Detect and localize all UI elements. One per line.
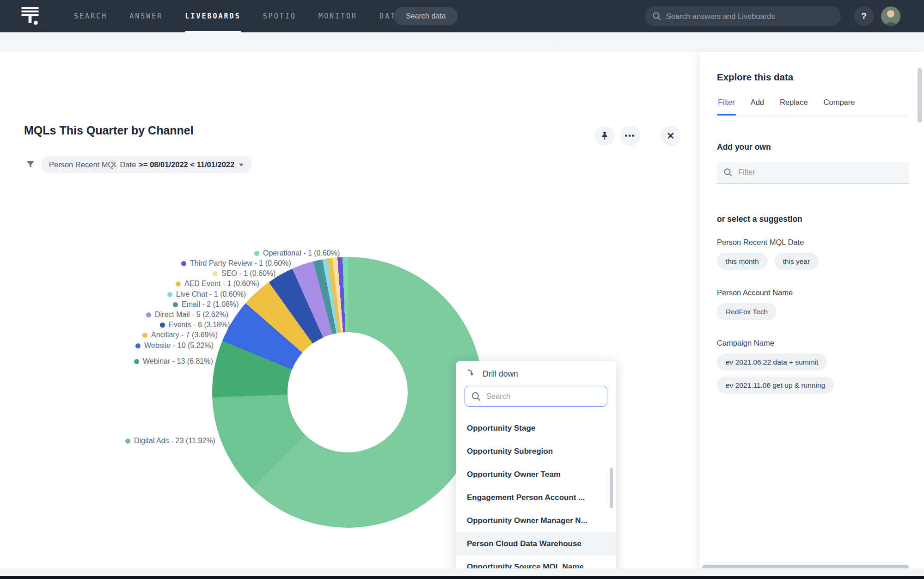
legend-dot-icon	[167, 292, 172, 297]
suggestion-chip[interactable]: ev 2021.11.06 get up & running	[717, 377, 834, 394]
liveboard-strip	[0, 32, 924, 52]
suggestion-field-label: Person Recent MQL Date	[717, 238, 916, 247]
panel-filter-input[interactable]	[738, 162, 905, 183]
legend-item[interactable]: SEO - 1 (0.60%)	[213, 269, 275, 278]
footer-bar	[0, 576, 924, 579]
tab-replace[interactable]: Replace	[779, 98, 809, 115]
donut-hole	[288, 332, 408, 452]
thoughtspot-logo-icon[interactable]	[20, 6, 40, 26]
legend-dot-icon	[135, 343, 141, 348]
legend-label: AED Event - 1 (0.60%)	[184, 280, 259, 288]
legend-dot-icon	[134, 359, 139, 364]
drilldown-search-input[interactable]	[486, 386, 604, 406]
nav-item-answer[interactable]: ANSWER	[129, 0, 163, 32]
suggestion-chip[interactable]: this year	[774, 253, 819, 270]
help-button[interactable]: ?	[854, 6, 874, 26]
drilldown-item[interactable]: Opportunity Subregion	[456, 440, 616, 463]
legend-dot-icon	[254, 251, 259, 256]
legend-label: Live Chat - 1 (0.60%)	[176, 290, 246, 299]
drilldown-list: Opportunity StageOpportunity SubregionOp…	[456, 417, 616, 579]
legend-label: Email - 2 (1.08%)	[182, 300, 239, 309]
legend-label: Ancillary - 7 (3.69%)	[151, 331, 218, 339]
nav-menu: SEARCHANSWERLIVEBOARDSSPOTIQMONITORDATA	[74, 0, 402, 32]
panel-vertical-scrollbar[interactable]	[918, 68, 922, 122]
legend-dot-icon	[213, 271, 218, 276]
legend-dot-icon	[173, 302, 178, 307]
drilldown-item[interactable]: Opportunity Stage	[456, 417, 616, 440]
search-data-button[interactable]: Search data	[394, 7, 458, 25]
drilldown-item[interactable]: Opportunity Owner Manager N...	[456, 509, 616, 532]
panel-filter-field[interactable]	[717, 162, 909, 183]
global-search[interactable]	[645, 6, 841, 26]
suggestion-chip[interactable]: RedFox Tech	[717, 303, 777, 320]
legend-item[interactable]: Operational - 1 (0.60%)	[254, 249, 340, 257]
filter-chip-field: Person Recent MQL Date	[49, 160, 136, 169]
nav-item-monitor[interactable]: MONITOR	[318, 0, 357, 32]
strip-divider	[555, 32, 555, 52]
drilldown-arrow-icon	[466, 368, 476, 380]
nav-item-liveboards[interactable]: LIVEBOARDS	[185, 0, 240, 32]
more-options-icon[interactable]: •••	[620, 126, 640, 146]
legend-dot-icon	[176, 281, 181, 286]
page: SEARCHANSWERLIVEBOARDSSPOTIQMONITORDATA …	[0, 0, 924, 579]
tab-add[interactable]: Add	[750, 98, 765, 115]
drilldown-title: Drill down	[483, 369, 518, 379]
legend-label: Direct Mail - 5 (2.62%)	[155, 311, 228, 319]
legend-item[interactable]: Events - 6 (3.18%)	[160, 321, 230, 329]
nav-item-search[interactable]: SEARCH	[74, 0, 107, 32]
nav-item-spotiq[interactable]: SPOTIQ	[263, 0, 296, 32]
legend-label: Third Party Review - 1 (0.60%)	[190, 259, 291, 268]
suggestion-heading: or select a suggestion	[717, 214, 802, 224]
legend-dot-icon	[146, 312, 151, 317]
donut-chart[interactable]	[212, 257, 483, 528]
legend-dot-icon	[181, 261, 186, 266]
legend-label: Events - 6 (3.18%)	[169, 321, 230, 329]
chevron-down-icon	[239, 164, 244, 166]
legend-label: Operational - 1 (0.60%)	[263, 249, 340, 257]
legend-item[interactable]: Direct Mail - 5 (2.62%)	[146, 311, 228, 319]
suggestion-groups: Person Recent MQL Datethis monththis yea…	[717, 238, 916, 412]
legend-item[interactable]: Ancillary - 7 (3.69%)	[142, 331, 218, 339]
suggestion-field-label: Person Account Name	[717, 288, 916, 297]
legend-item[interactable]: Website - 10 (5.22%)	[135, 341, 214, 350]
filter-funnel-icon	[25, 159, 36, 171]
legend-item[interactable]: Webinar - 13 (6.81%)	[134, 357, 213, 366]
close-icon[interactable]: ✕	[661, 126, 681, 146]
global-search-input[interactable]	[666, 6, 837, 26]
legend-dot-icon	[142, 333, 147, 338]
legend-item[interactable]: Live Chat - 1 (0.60%)	[167, 290, 246, 299]
tab-filter[interactable]: Filter	[717, 98, 736, 115]
legend-item[interactable]: Digital Ads - 23 (11.92%)	[125, 437, 215, 445]
drilldown-item[interactable]: Engagement Person Account ...	[456, 486, 616, 509]
user-avatar[interactable]	[881, 6, 900, 26]
chart-card: MQLs This Quarter by Channel ••• ✕ Perso…	[0, 52, 700, 568]
top-navbar: SEARCHANSWERLIVEBOARDSSPOTIQMONITORDATA …	[0, 0, 924, 32]
suggestion-chip[interactable]: this month	[717, 253, 768, 270]
add-your-own-heading: Add your own	[717, 142, 771, 152]
drilldown-item[interactable]: Person Cloud Data Warehouse	[456, 532, 616, 555]
legend-label: SEO - 1 (0.60%)	[221, 269, 275, 278]
tab-compare[interactable]: Compare	[823, 98, 856, 115]
legend-dot-icon	[125, 439, 130, 444]
legend-item[interactable]: Email - 2 (1.08%)	[173, 300, 239, 309]
explore-panel-title: Explore this data	[717, 72, 793, 83]
suggestion-chip[interactable]: ev 2021.06.22 data + summit	[717, 353, 827, 371]
suggestion-field-label: Campaign Name	[717, 339, 916, 347]
suggestion-chips: ev 2021.06.22 data + summitev 2021.11.06…	[717, 353, 911, 394]
drilldown-item[interactable]: Opportunity Owner Team	[456, 463, 616, 486]
pin-button[interactable]	[594, 126, 615, 146]
legend-item[interactable]: Third Party Review - 1 (0.60%)	[181, 259, 291, 268]
drilldown-popup: Drill down Opportunity StageOpportunity …	[456, 361, 616, 579]
legend-item[interactable]: AED Event - 1 (0.60%)	[176, 280, 259, 288]
drilldown-search[interactable]	[465, 386, 607, 407]
legend-label: Webinar - 13 (6.81%)	[143, 357, 213, 366]
filter-chip[interactable]: Person Recent MQL Date >= 08/01/2022 < 1…	[41, 156, 252, 173]
suggestion-chips: RedFox Tech	[717, 303, 911, 320]
footer-strip	[0, 568, 924, 576]
filter-chip-condition: >= 08/01/2022 < 11/01/2022	[139, 160, 234, 169]
legend-label: Digital Ads - 23 (11.92%)	[134, 437, 215, 445]
explore-panel: Explore this data Filter Add Replace Com…	[700, 52, 924, 568]
drilldown-scrollbar[interactable]	[610, 468, 613, 508]
legend-label: Website - 10 (5.22%)	[144, 341, 214, 350]
legend-dot-icon	[160, 323, 165, 328]
